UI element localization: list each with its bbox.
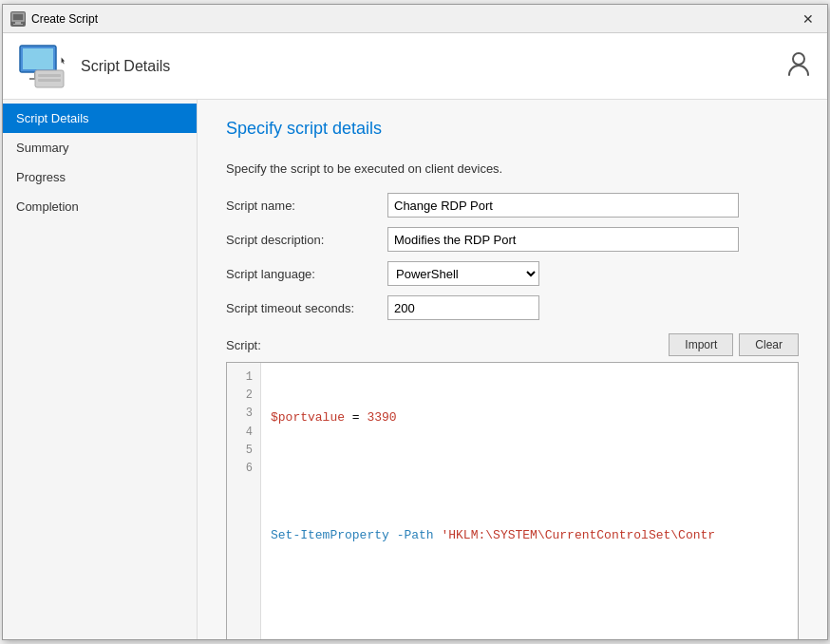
sidebar-item-script-details[interactable]: Script Details [3, 104, 197, 133]
line-num-3: 3 [235, 405, 253, 423]
script-name-input[interactable] [387, 193, 739, 218]
person-icon [785, 50, 812, 83]
svg-point-11 [793, 53, 804, 65]
svg-marker-10 [62, 57, 66, 64]
code-line-2 [271, 467, 788, 487]
code-content: $portvalue = 3390 Set-ItemProperty -Path… [261, 363, 798, 639]
script-language-label: Script language: [226, 267, 378, 281]
code-line-1: $portvalue = 3390 [271, 408, 788, 428]
description-text: Specify the script to be executed on cli… [226, 161, 799, 176]
code-string-3: 'HKLM:\SYSTEM\CurrentControlSet\Contr [441, 528, 715, 542]
main-content: Specify script details Specify the scrip… [198, 100, 827, 639]
script-description-label: Script description: [226, 233, 378, 247]
script-timeout-label: Script timeout seconds: [226, 301, 378, 315]
computer-icon [18, 44, 67, 89]
line-numbers: 1 2 3 4 5 6 [227, 363, 261, 639]
line-num-4: 4 [235, 424, 253, 442]
sidebar-item-progress[interactable]: Progress [3, 162, 197, 192]
header-left: Script Details [18, 44, 170, 89]
code-param-3: -Path [397, 528, 434, 542]
header-bar: Script Details [3, 33, 827, 100]
window-icon [10, 11, 26, 27]
script-label: Script: [226, 338, 261, 352]
close-button[interactable]: ✕ [797, 9, 820, 28]
script-language-select[interactable]: PowerShell VBScript [387, 261, 539, 286]
clear-button[interactable]: Clear [739, 333, 799, 356]
sidebar-item-completion[interactable]: Completion [3, 192, 197, 221]
sidebar: Script Details Summary Progress Completi… [3, 100, 198, 639]
code-line-4 [271, 586, 788, 606]
window-title: Create Script [31, 12, 98, 26]
code-line-3: Set-ItemProperty -Path 'HKLM:\SYSTEM\Cur… [271, 526, 788, 546]
main-window: Create Script ✕ Script Details [2, 4, 828, 640]
code-lines: 1 2 3 4 5 6 $portvalue = 3390 Set-ItemPr… [227, 363, 798, 639]
script-name-label: Script name: [226, 199, 378, 213]
page-title: Specify script details [226, 119, 799, 139]
code-cmdlet-3: Set-ItemProperty [271, 528, 389, 542]
line-num-6: 6 [235, 460, 253, 478]
svg-rect-2 [13, 24, 23, 25]
code-variable-1: $portvalue [271, 410, 345, 425]
script-timeout-input[interactable] [387, 295, 539, 320]
header-title: Script Details [81, 58, 170, 75]
content-area: Script Details Summary Progress Completi… [3, 100, 827, 639]
title-bar: Create Script ✕ [3, 5, 827, 33]
sidebar-item-summary[interactable]: Summary [3, 133, 197, 162]
svg-rect-4 [23, 48, 53, 69]
line-num-1: 1 [235, 369, 253, 387]
script-description-input[interactable] [387, 227, 739, 252]
svg-rect-0 [12, 13, 24, 21]
code-editor[interactable]: 1 2 3 4 5 6 $portvalue = 3390 Set-ItemPr… [226, 362, 799, 639]
title-bar-left: Create Script [10, 11, 98, 27]
code-value-1: 3390 [367, 410, 396, 425]
form-fields: Script name: Script description: Script … [226, 193, 799, 320]
svg-rect-9 [38, 79, 61, 82]
import-button[interactable]: Import [669, 333, 733, 356]
script-buttons: Import Clear [669, 333, 799, 356]
svg-rect-1 [15, 22, 21, 24]
line-num-2: 2 [235, 387, 253, 405]
line-num-5: 5 [235, 442, 253, 460]
svg-rect-8 [38, 74, 61, 77]
script-section-header: Script: Import Clear [226, 333, 799, 356]
